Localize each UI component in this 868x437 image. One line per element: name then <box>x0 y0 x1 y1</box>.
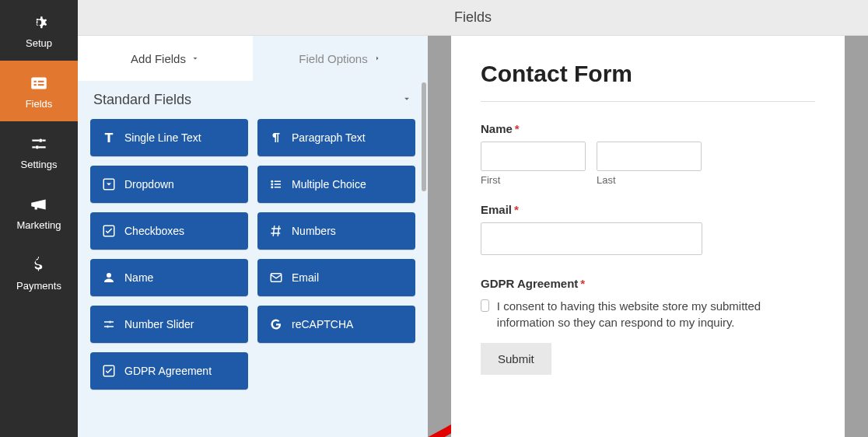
sidebar-item-label: Payments <box>16 280 61 292</box>
user-icon <box>101 271 117 285</box>
field-label: Dropdown <box>124 178 174 191</box>
last-name-input[interactable] <box>597 142 702 171</box>
submit-button[interactable]: Submit <box>481 343 551 375</box>
chevron-down-icon <box>401 92 412 108</box>
tab-label: Add Fields <box>131 52 186 65</box>
svg-point-8 <box>271 180 273 183</box>
gdpr-consent-text: I consent to having this website store m… <box>497 298 815 330</box>
page-title: Fields <box>454 9 492 26</box>
name-label: Name* <box>481 122 815 135</box>
field-email[interactable]: Email <box>257 259 415 296</box>
fields-panel: Add Fields Field Options Standard Fields… <box>78 36 428 437</box>
section-standard-fields[interactable]: Standard Fields <box>78 81 428 119</box>
last-sublabel: Last <box>597 174 702 186</box>
svg-point-18 <box>107 326 109 328</box>
field-checkboxes[interactable]: Checkboxes <box>90 212 248 250</box>
svg-rect-4 <box>38 84 44 86</box>
field-multiple-choice[interactable]: Multiple Choice <box>257 166 415 203</box>
field-paragraph-text[interactable]: Paragraph Text <box>257 119 415 156</box>
svg-rect-0 <box>31 77 47 89</box>
field-label: GDPR Agreement <box>124 365 212 377</box>
email-label: Email* <box>481 203 815 216</box>
sidebar-item-settings[interactable]: Settings <box>0 121 78 182</box>
sidebar-item-label: Fields <box>26 98 53 110</box>
field-label: Multiple Choice <box>292 178 366 191</box>
tab-add-fields[interactable]: Add Fields <box>78 36 253 81</box>
dollar-icon <box>29 255 49 275</box>
tab-field-options[interactable]: Field Options <box>253 36 428 81</box>
form-title: Contact Form <box>481 61 815 87</box>
section-title: Standard Fields <box>93 92 191 108</box>
google-icon <box>268 317 284 331</box>
form-preview: Contact Form Name* First Last <box>451 36 845 437</box>
field-label: Email <box>292 271 319 284</box>
field-label: Name <box>124 271 153 284</box>
field-label: Numbers <box>292 225 336 237</box>
svg-point-5 <box>39 138 42 142</box>
paragraph-icon <box>268 131 284 145</box>
sidebar-item-setup[interactable]: Setup <box>0 0 78 61</box>
field-label: Number Slider <box>124 318 194 330</box>
svg-point-6 <box>36 145 39 149</box>
gdpr-label: GDPR Agreement* <box>481 277 815 290</box>
field-name[interactable]: Name <box>90 259 248 296</box>
svg-rect-13 <box>275 187 281 188</box>
field-number-slider[interactable]: Number Slider <box>90 306 248 343</box>
field-gdpr-agreement[interactable]: GDPR Agreement <box>90 352 248 390</box>
svg-rect-11 <box>275 184 281 185</box>
svg-rect-1 <box>34 80 37 82</box>
svg-point-10 <box>271 184 273 186</box>
required-marker: * <box>514 203 519 216</box>
svg-rect-9 <box>275 181 281 183</box>
field-dropdown[interactable]: Dropdown <box>90 166 248 203</box>
bullhorn-icon <box>29 194 49 215</box>
required-marker: * <box>515 122 520 135</box>
tab-label: Field Options <box>299 52 367 65</box>
field-label: Checkboxes <box>124 225 184 237</box>
chevron-right-icon <box>373 54 382 63</box>
sidebar-item-label: Setup <box>26 37 52 49</box>
panel-gap <box>428 36 451 437</box>
gdpr-checkbox[interactable] <box>481 299 489 312</box>
topbar: Fields <box>78 0 868 36</box>
sidebar-item-payments[interactable]: Payments <box>0 243 78 303</box>
sidebar-item-fields[interactable]: Fields <box>0 61 78 121</box>
sliders-icon <box>29 134 49 154</box>
envelope-icon <box>268 271 284 285</box>
sidebar-item-label: Settings <box>21 159 58 170</box>
field-recaptcha[interactable]: reCAPTCHA <box>257 306 415 343</box>
divider <box>481 101 815 102</box>
check-square-icon <box>101 224 117 238</box>
sidebar-item-marketing[interactable]: Marketing <box>0 182 78 243</box>
first-sublabel: First <box>481 174 586 186</box>
field-numbers[interactable]: Numbers <box>257 212 415 250</box>
caret-square-icon <box>101 177 117 191</box>
form-icon <box>29 73 49 93</box>
sliders-icon <box>101 317 117 331</box>
field-label: Paragraph Text <box>292 131 366 144</box>
check-square-icon <box>101 364 117 378</box>
list-icon <box>268 177 284 191</box>
svg-rect-2 <box>34 84 37 86</box>
field-label: reCAPTCHA <box>292 318 353 330</box>
svg-point-17 <box>109 321 111 323</box>
svg-point-12 <box>271 186 273 188</box>
svg-point-15 <box>107 273 111 278</box>
sidebar: Setup Fields Settings Marketing Payments <box>0 0 78 437</box>
svg-rect-3 <box>38 80 44 82</box>
required-marker: * <box>580 277 585 290</box>
field-label: Single Line Text <box>124 131 201 144</box>
gear-icon <box>29 12 49 33</box>
hash-icon <box>268 224 284 238</box>
chevron-down-icon <box>191 54 200 63</box>
email-input[interactable] <box>481 222 702 255</box>
sidebar-item-label: Marketing <box>16 219 61 231</box>
first-name-input[interactable] <box>481 142 586 171</box>
field-single-line-text[interactable]: Single Line Text <box>90 119 248 156</box>
text-icon <box>101 131 117 145</box>
scrollbar[interactable] <box>422 82 426 191</box>
